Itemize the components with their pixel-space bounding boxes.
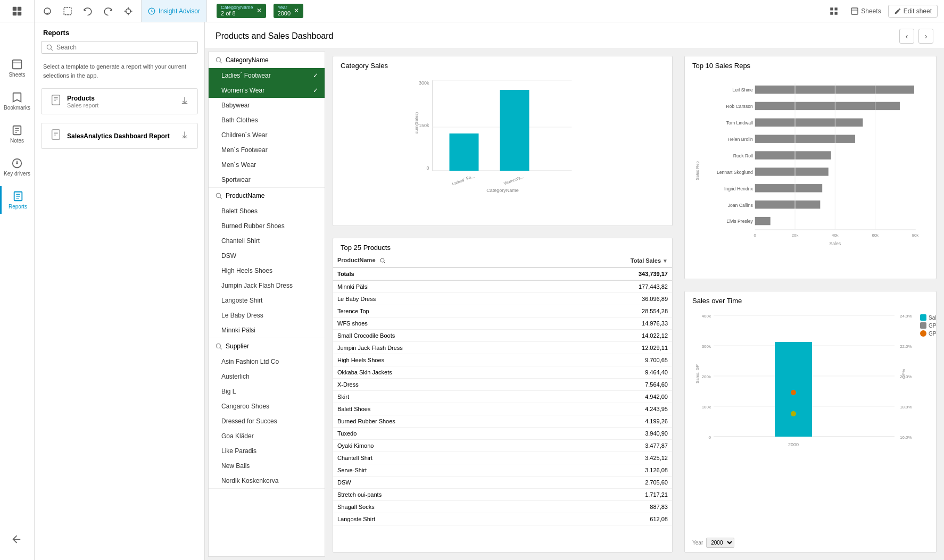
nav-next-btn[interactable]: › [918,29,933,44]
svg-text:400k: 400k [702,314,711,319]
sales-analytics-report-info: SalesAnalytics Dashboard Report [67,132,175,140]
svg-rect-14 [831,12,833,14]
supplier-item-asin[interactable]: Asin Fashion Ltd Co [209,354,325,369]
sales-reps-title: Top 10 Sales Reps [685,56,936,73]
reports-search-box[interactable] [41,41,198,54]
product-item-burned-rubber-shoes[interactable]: Burned Rubber Shoes [209,219,325,233]
category-item-childrens-wear[interactable]: Children´s Wear [209,128,325,143]
sheets-btn[interactable]: Sheets [846,4,885,18]
supplier-item-like-paradis[interactable]: Like Paradis [209,444,325,458]
search-icon [46,44,53,51]
product-item-jumpin-jack[interactable]: Jumpin Jack Flash Dress [209,278,325,293]
table-row: Small Crocodile Boots14.022,12 [333,330,672,342]
product-item-high-heels-shoes[interactable]: High Heels Shoes [209,263,325,278]
svg-text:Ingrid Hendrix: Ingrid Hendrix [724,186,753,191]
category-item-womens-wear[interactable]: Women's Wear ✓ [209,83,325,98]
svg-point-43 [216,193,220,197]
search-col-icon[interactable] [379,257,386,264]
table-row: X-Dress7.564,60 [333,379,672,391]
year-select[interactable]: 2000 [706,538,734,548]
year-chip-close[interactable]: ✕ [294,7,299,14]
sales-reps-svg: Sales Rep Leif Shine Rob Carsson Tom Lin… [692,75,929,266]
svg-line-42 [220,62,222,63]
sales-time-title: Sales over Time [685,291,936,308]
supplier-item-austerlich[interactable]: Austerlich [209,369,325,384]
lasso-icon-btn[interactable] [38,4,57,19]
svg-text:Joan Callins: Joan Callins [728,203,753,208]
search-input[interactable] [56,44,193,51]
legend-gp-pct-color [920,330,926,337]
product-item-le-baby-dress[interactable]: Le Baby Dress [209,308,325,323]
product-item-dsw[interactable]: DSW [209,248,325,263]
product-item-chantell-shirt[interactable]: Chantell Shirt [209,233,325,248]
category-filter-section: CategoryName Ladies´ Footwear ✓ Women's … [209,52,325,188]
svg-text:150k: 150k [419,123,429,128]
svg-point-31 [47,45,51,49]
supplier-item-goa-klader[interactable]: Goa Kläder [209,429,325,444]
supplier-item-dressed-for-succes[interactable]: Dressed for Succes [209,414,325,429]
sales-analytics-report-item[interactable]: SalesAnalytics Dashboard Report [41,123,198,149]
category-chip[interactable]: CategoryName 2 of 8 ✕ [217,4,266,19]
table-row: Le Baby Dress36.096,89 [333,293,672,305]
grid-view-btn[interactable] [824,4,843,19]
supplier-item-cangaroo[interactable]: Cangaroo Shoes [209,399,325,414]
sidebar-collapse-btn[interactable] [9,529,25,549]
redo-icon-btn[interactable] [98,4,118,19]
svg-rect-15 [835,12,838,14]
category-sales-panel: Category Sales 300k 150k 0 [333,56,673,226]
edit-sheet-btn[interactable]: Edit sheet [888,5,938,18]
category-item-mens-wear[interactable]: Men´s Wear [209,157,325,172]
sales-analytics-report-download-btn[interactable] [180,131,189,141]
sidebar-item-bookmarks[interactable]: Bookmarks [0,87,34,115]
svg-text:200k: 200k [702,374,711,379]
svg-text:Lennart Skoglund: Lennart Skoglund [717,170,753,175]
products-report-item[interactable]: Products Sales report [41,88,198,114]
sort-arrow[interactable]: ▼ [663,258,668,264]
category-item-bath-clothes[interactable]: Bath Clothes [209,113,325,128]
svg-text:Ladies´ Fo...: Ladies´ Fo... [451,174,475,187]
sidebar-item-notes[interactable]: Notes [0,120,34,148]
year-chip[interactable]: Year 2000 ✕ [274,4,303,19]
category-item-babywear[interactable]: Babywear [209,98,325,113]
products-table-wrapper[interactable]: ProductName Total Sales ▼ [333,254,672,552]
svg-point-26 [16,162,18,164]
sidebar-item-reports[interactable]: Reports [0,186,34,214]
supplier-item-new-balls[interactable]: New Balls [209,458,325,473]
products-report-download-btn[interactable] [180,96,189,106]
legend-gp: GP [920,322,936,329]
svg-rect-55 [500,90,529,171]
category-sales-title: Category Sales [333,56,672,73]
sidebar-item-sheets[interactable]: Sheets [0,54,34,82]
check-icon-2: ✓ [313,87,318,94]
sidebar-bottom [9,529,25,560]
supplier-filter-section: Supplier Asin Fashion Ltd Co Austerlich … [209,338,325,489]
svg-text:2000: 2000 [788,442,799,447]
product-item-balett-shoes[interactable]: Balett Shoes [209,204,325,219]
nav-prev-btn[interactable]: ‹ [899,29,914,44]
table-row: Okkaba Skin Jackets9.464,40 [333,366,672,379]
table-row: Minnki Pälsi177,443,82 [333,280,672,293]
svg-rect-2 [13,11,16,15]
category-search-icon [215,56,222,64]
tab-insight-advisor[interactable]: Insight Advisor [142,0,207,22]
product-item-minnki-palsi[interactable]: Minnki Pälsi [209,323,325,338]
undo-icon-btn[interactable] [78,4,97,19]
sidebar-item-key-drivers[interactable]: Key drivers [0,153,34,181]
category-item-ladies-footwear[interactable]: Ladies´ Footwear ✓ [209,68,325,83]
supplier-item-nordik[interactable]: Nordik Koskenkorva [209,473,325,488]
bookmark-icon [11,91,23,103]
crosshair-icon-btn[interactable] [119,4,138,19]
product-item-langoste-shirt[interactable]: Langoste Shirt [209,293,325,308]
topbar-right-icons: Sheets Edit sheet [824,4,944,19]
category-chip-close[interactable]: ✕ [256,7,262,14]
svg-point-60 [380,258,384,262]
supplier-item-big-l[interactable]: Big L [209,384,325,399]
reports-panel: Reports Select a template to generate a … [35,22,205,560]
table-row: WFS shoes14.976,33 [333,317,672,330]
svg-text:CategoryName: CategoryName [486,188,519,193]
category-item-sportwear[interactable]: Sportwear [209,172,325,187]
filters-column: CategoryName Ladies´ Footwear ✓ Women's … [208,52,325,557]
reports-description: Select a template to generate a report w… [35,58,204,84]
marquee-icon-btn[interactable] [58,4,77,19]
category-item-mens-footwear[interactable]: Men´s Footwear [209,143,325,157]
